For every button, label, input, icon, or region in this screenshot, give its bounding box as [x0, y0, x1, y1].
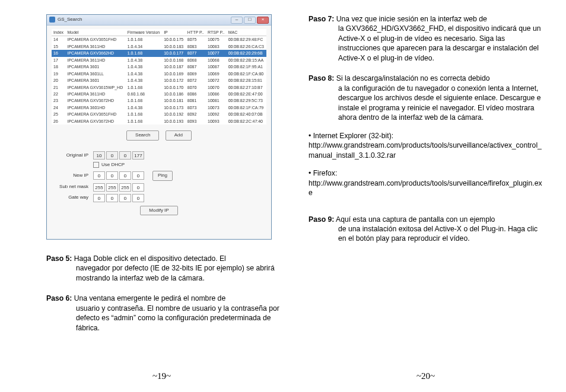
add-button[interactable]: Add	[166, 130, 192, 141]
table-cell: 10.0.0.170	[162, 84, 186, 91]
table-cell: 8075	[186, 36, 206, 43]
label-subnet: Sub net mask	[52, 184, 93, 190]
table-cell: 17	[52, 57, 65, 63]
table-cell: 00:0B:82:1F:CA:79	[227, 104, 266, 111]
step-9-line1: Aquí esta una captura de pantalla con un…	[336, 215, 495, 224]
subnet-3[interactable]: 0	[132, 183, 144, 192]
table-cell: 00:0B:82:2C:47:40	[227, 118, 266, 125]
table-cell: IPCAMERA 3601	[65, 63, 125, 70]
table-cell: 0.60.1.68	[126, 91, 162, 97]
maximize-icon[interactable]: □	[244, 17, 256, 24]
gw-3[interactable]: 0	[132, 194, 144, 202]
step-7: Paso 7: Una vez que inicie sesión en la …	[309, 14, 546, 63]
table-cell: IPCAMERA GXV3672HD	[65, 118, 125, 125]
step-6: Paso 6: Una ventana emergente le pedirá …	[46, 294, 284, 333]
table-cell: 10.0.0.172	[162, 77, 186, 84]
table-cell: 10068	[206, 57, 227, 63]
step-7-label: Paso 7:	[309, 15, 334, 23]
step-5: Paso 5: Haga Doble click en el dispositi…	[46, 254, 284, 283]
new-ip-3[interactable]: 0	[132, 171, 144, 180]
table-row[interactable]: 20IPCAMERA 36011.0.4.3810.0.0.1728072100…	[52, 77, 266, 84]
table-cell: 10077	[206, 50, 227, 56]
table-cell: 8077	[186, 50, 206, 56]
ping-button[interactable]: Ping	[152, 171, 173, 181]
table-row[interactable]: 15IPCAMERA 3611HD1.0.4.3410.0.0.18380831…	[52, 43, 266, 50]
table-cell: 1.0.4.38	[126, 77, 162, 84]
step-6-label: Paso 6:	[46, 294, 72, 302]
table-cell: IPCAMERA GXV3662HD	[65, 50, 125, 56]
table-cell: 8073	[186, 104, 206, 111]
gw-2[interactable]: 0	[119, 194, 131, 202]
step-9-rest: de una instalación exitosa del Active-X …	[309, 224, 546, 244]
table-cell: 10081	[206, 97, 227, 104]
table-cell: 00:0B:82:1F:CA:80	[227, 71, 266, 77]
firefox-section: • Firefox: http://www.grandstream.com/pr…	[309, 168, 546, 197]
table-cell: 8070	[186, 84, 206, 91]
ie-title: • Internet Explorer (32-bit):	[309, 131, 546, 141]
ie-section: • Internet Explorer (32-bit): http://www…	[309, 131, 546, 160]
orig-ip-1: 0	[106, 151, 118, 160]
table-cell: 00:0B:82:1F:95:A1	[227, 63, 266, 70]
table-cell: 8093	[186, 118, 206, 125]
table-cell: 10086	[206, 91, 227, 97]
table-cell: 1.0.1.68	[126, 50, 162, 56]
table-row[interactable]: 22IPCAMERA 3611HD0.60.1.6810.0.0.1868086…	[52, 91, 266, 97]
table-cell: 10069	[206, 71, 227, 77]
close-icon[interactable]: ×	[257, 17, 269, 24]
device-table[interactable]: IndexModelFirmware VersionIPHTTP P..RTSP…	[52, 29, 266, 125]
table-cell: 00:0B:82:27:10:B7	[227, 84, 266, 91]
table-cell: IPCAMERA GXV3672HD	[65, 97, 125, 104]
new-ip-0[interactable]: 0	[93, 171, 105, 180]
table-row[interactable]: 16IPCAMERA GXV3662HD1.0.1.6810.0.0.17780…	[52, 50, 266, 56]
table-row[interactable]: 19IPCAMERA 3601LL1.0.4.3810.0.0.16980691…	[52, 71, 266, 77]
table-cell: 00:0B:82:26:CA:C3	[227, 43, 266, 50]
subnet-0[interactable]: 255	[93, 183, 105, 192]
table-cell: 10.0.0.186	[162, 91, 186, 97]
table-row[interactable]: 21IPCAMERA GXV3615WP_HD1.0.1.6810.0.0.17…	[52, 84, 266, 91]
new-ip-2[interactable]: 0	[119, 171, 131, 180]
label-new-ip: New IP	[52, 173, 93, 179]
table-row[interactable]: 25IPCAMERA GXV3651FHD1.0.1.6810.0.0.1928…	[52, 111, 266, 117]
table-row[interactable]: 23IPCAMERA GXV3672HD1.0.1.6810.0.0.18180…	[52, 97, 266, 104]
table-cell: 1.0.4.38	[126, 57, 162, 63]
dhcp-checkbox[interactable]	[93, 162, 99, 168]
gw-0[interactable]: 0	[93, 194, 105, 202]
table-row[interactable]: 14IPCAMERA GXV3651FHD1.0.1.6810.0.0.1758…	[52, 36, 266, 43]
table-cell: 10075	[206, 36, 227, 43]
table-header: MAC	[227, 29, 266, 36]
subnet-1[interactable]: 255	[106, 183, 118, 192]
table-cell: 1.0.1.68	[126, 118, 162, 125]
modify-ip-button[interactable]: Modify IP	[140, 206, 177, 216]
minimize-icon[interactable]: –	[231, 17, 243, 24]
page-number-right: ~20~	[416, 371, 435, 381]
table-cell: 00:0B:82:2B:15:AA	[227, 57, 266, 63]
table-row[interactable]: 26IPCAMERA GXV3672HD1.0.1.6810.0.0.19380…	[52, 118, 266, 125]
table-row[interactable]: 18IPCAMERA 36011.0.4.3810.0.0.1878087100…	[52, 63, 266, 70]
table-cell: 10.0.0.181	[162, 97, 186, 104]
table-header: RTSP P..	[206, 29, 227, 36]
table-header: Model	[65, 29, 125, 36]
table-cell: 21	[52, 84, 65, 91]
table-header: IP	[162, 29, 186, 36]
table-cell: 18	[52, 63, 65, 70]
table-cell: 1.0.1.68	[126, 84, 162, 91]
gw-1[interactable]: 0	[106, 194, 118, 202]
table-cell: IPCAMERA GXV3651FHD	[65, 111, 125, 117]
step-8-line1: Si la descarga/instalación no es correct…	[336, 74, 490, 82]
table-row[interactable]: 24IPCAMERA 3601HD1.0.4.3810.0.0.17380731…	[52, 104, 266, 111]
table-cell: 10083	[206, 43, 227, 50]
search-button[interactable]: Search	[126, 130, 159, 141]
new-ip-1[interactable]: 0	[106, 171, 118, 180]
table-cell: 16	[52, 50, 65, 56]
table-cell: 00:0B:82:20:29:6B	[227, 50, 266, 56]
table-cell: IPCAMERA GXV3651FHD	[65, 36, 125, 43]
table-cell: 8072	[186, 77, 206, 84]
table-row[interactable]: 17IPCAMERA 3611HD1.0.4.3810.0.0.16880681…	[52, 57, 266, 63]
table-cell: IPCAMERA 3601	[65, 77, 125, 84]
ie-link: http://www.grandstream.com/products/tool…	[309, 141, 546, 160]
table-cell: 10.0.0.175	[162, 36, 186, 43]
table-cell: 1.0.1.68	[126, 36, 162, 43]
step-9-label: Paso 9:	[309, 215, 334, 224]
subnet-2[interactable]: 255	[119, 183, 131, 192]
orig-ip-3: 177	[132, 151, 144, 160]
